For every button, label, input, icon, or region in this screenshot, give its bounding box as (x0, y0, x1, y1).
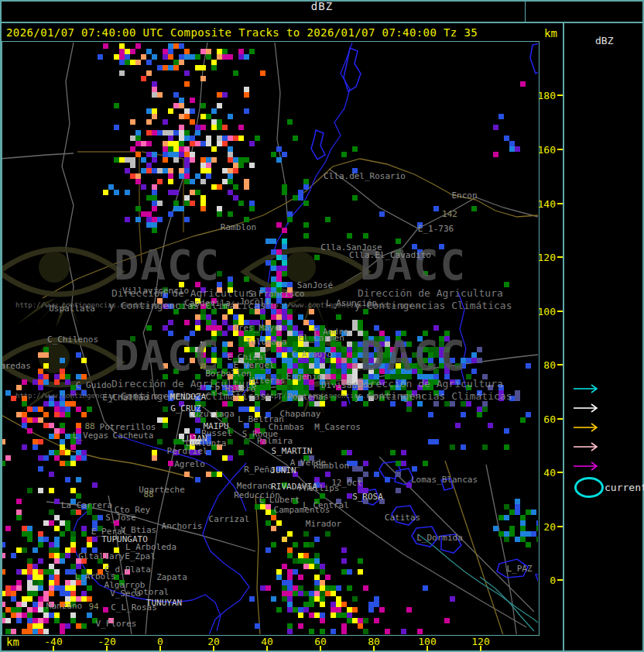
radar-echo-pixel (406, 401, 412, 407)
radar-echo-pixel (450, 596, 455, 602)
radar-echo-pixel (200, 125, 206, 130)
radar-echo-pixel (173, 206, 179, 211)
radar-echo-pixel (152, 54, 157, 60)
radar-echo-pixel (363, 461, 368, 466)
x-axis-tick-mark (53, 646, 54, 651)
radar-echo-pixel (276, 607, 282, 613)
radar-echo-pixel (347, 613, 352, 618)
radar-echo-pixel (352, 358, 358, 363)
radar-echo-pixel (27, 526, 33, 531)
radar-echo-pixel (27, 428, 33, 434)
radar-echo-pixel (200, 157, 206, 163)
radar-echo-pixel (152, 206, 157, 211)
radar-echo-pixel (33, 547, 38, 553)
radar-echo-pixel (87, 407, 92, 412)
radar-echo-pixel (179, 43, 184, 49)
radar-echo-pixel (287, 314, 293, 320)
radar-echo-pixel (163, 417, 168, 423)
radar-echo-pixel (179, 130, 184, 136)
radar-echo-pixel (233, 136, 238, 141)
radar-echo-pixel (336, 363, 341, 369)
radar-echo-pixel (509, 510, 515, 515)
radar-echo-pixel (314, 591, 320, 596)
radar-echo-pixel (271, 596, 276, 602)
radar-echo-pixel (49, 520, 54, 526)
radar-echo-pixel (509, 141, 515, 146)
radar-echo-pixel (70, 401, 76, 407)
status-bar-text: 2026/01/07 07:40:00 UTC Composite Tracks… (6, 26, 478, 39)
radar-echo-pixel (293, 591, 298, 596)
radar-echo-pixel (363, 618, 368, 623)
radar-echo-pixel (70, 591, 76, 596)
radar-echo-pixel (65, 520, 70, 526)
radar-echo-pixel (249, 596, 255, 602)
radar-echo-pixel (200, 141, 206, 146)
radar-echo-pixel (282, 385, 287, 390)
radar-echo-pixel (146, 163, 152, 168)
radar-echo-pixel (211, 60, 217, 65)
radar-echo-pixel (135, 43, 141, 49)
radar-echo-pixel (293, 363, 298, 369)
radar-echo-pixel (293, 331, 298, 336)
radar-echo-pixel (65, 407, 70, 412)
radar-echo-pixel (341, 363, 347, 369)
radar-echo-pixel (244, 276, 249, 282)
radar-echo-pixel (336, 352, 341, 358)
radar-echo-pixel (314, 613, 320, 618)
radar-echo-pixel (163, 146, 168, 152)
radar-echo-pixel (287, 325, 293, 331)
radar-echo-pixel (352, 363, 358, 369)
radar-echo-pixel (27, 618, 33, 623)
radar-echo-pixel (130, 136, 135, 141)
radar-echo-pixel (200, 163, 206, 168)
radar-echo-pixel (222, 331, 228, 336)
radar-echo-pixel (352, 320, 358, 325)
radar-echo-pixel (135, 60, 141, 65)
radar-echo-pixel (336, 347, 341, 352)
radar-echo-pixel (265, 260, 271, 266)
radar-echo-pixel (325, 374, 331, 379)
radar-echo-pixel (287, 553, 293, 558)
radar-echo-pixel (336, 602, 341, 607)
radar-echo-pixel (287, 569, 293, 575)
radar-echo-pixel (515, 396, 520, 401)
radar-echo-pixel (314, 575, 320, 580)
radar-echo-pixel (482, 407, 488, 412)
radar-echo-pixel (152, 184, 157, 190)
radar-echo-pixel (228, 173, 233, 179)
radar-echo-pixel (396, 461, 401, 466)
radar-echo-pixel (49, 564, 54, 569)
radar-echo-pixel (314, 596, 320, 602)
radar-echo-pixel (16, 585, 22, 591)
radar-echo-pixel (173, 439, 179, 444)
radar-echo-pixel (38, 374, 43, 379)
radar-echo-pixel (206, 49, 211, 54)
radar-echo-pixel (27, 564, 33, 569)
radar-echo-pixel (504, 537, 509, 542)
x-axis-tick-mark (373, 646, 375, 651)
radar-echo-pixel (11, 613, 16, 618)
x-axis-tick-mark (266, 646, 268, 651)
radar-echo-pixel (331, 629, 336, 634)
radar-echo-pixel (206, 136, 211, 141)
radar-echo-pixel (374, 602, 379, 607)
radar-echo-pixel (520, 81, 526, 87)
radar-echo-pixel (135, 152, 141, 157)
radar-echo-pixel (146, 70, 152, 76)
radar-echo-pixel (135, 130, 141, 136)
x-axis-tick-mark (426, 646, 428, 651)
radar-echo-pixel (341, 152, 347, 157)
radar-echo-pixel (135, 136, 141, 141)
radar-echo-pixel (60, 585, 65, 591)
radar-echo-pixel (222, 314, 228, 320)
radar-echo-pixel (38, 352, 43, 358)
radar-echo-pixel (49, 542, 54, 547)
radar-echo-pixel (33, 439, 38, 444)
radar-echo-pixel (228, 179, 233, 184)
radar-echo-pixel (70, 537, 76, 542)
radar-echo-pixel (358, 320, 363, 325)
map-place-label: P_Hierro (215, 384, 256, 394)
radar-echo-pixel (320, 585, 325, 591)
radar-echo-pixel (152, 157, 157, 163)
map-place-label: Catitas (385, 513, 420, 523)
